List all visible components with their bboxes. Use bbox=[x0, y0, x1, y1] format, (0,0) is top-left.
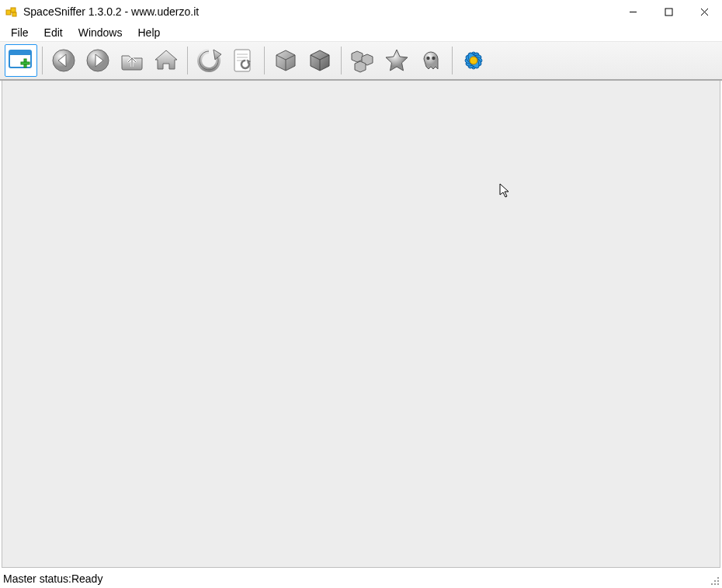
ghost-toggle-button[interactable] bbox=[415, 44, 447, 77]
new-scan-button[interactable] bbox=[5, 44, 37, 77]
svg-rect-28 bbox=[717, 580, 719, 582]
workspace-area[interactable] bbox=[2, 81, 720, 568]
svg-rect-29 bbox=[711, 583, 713, 585]
maximize-button[interactable] bbox=[651, 0, 686, 23]
resize-grip-icon[interactable] bbox=[710, 576, 720, 586]
toolbar-separator bbox=[187, 47, 188, 74]
detail-level-button[interactable] bbox=[346, 44, 379, 77]
svg-point-25 bbox=[470, 57, 477, 64]
svg-rect-26 bbox=[717, 583, 719, 585]
svg-rect-31 bbox=[717, 577, 719, 579]
titlebar: SpaceSniffer 1.3.0.2 - www.uderzo.it bbox=[0, 0, 722, 23]
toolbar-separator bbox=[452, 47, 453, 74]
zoom-more-button[interactable] bbox=[304, 44, 336, 77]
home-button[interactable] bbox=[150, 44, 182, 77]
close-button[interactable] bbox=[686, 0, 722, 23]
svg-rect-2 bbox=[12, 12, 16, 16]
statusbar: Master status: Ready bbox=[0, 568, 722, 585]
svg-rect-0 bbox=[6, 10, 11, 15]
svg-rect-30 bbox=[714, 580, 716, 582]
refresh-icon bbox=[195, 47, 223, 74]
svg-line-6 bbox=[701, 9, 708, 16]
cursor-icon bbox=[499, 183, 512, 201]
menu-file[interactable]: File bbox=[3, 23, 36, 41]
app-icon bbox=[5, 5, 19, 19]
menu-windows[interactable]: Windows bbox=[71, 23, 130, 41]
home-icon bbox=[152, 47, 180, 74]
status-label: Master status: bbox=[3, 572, 71, 585]
cube-icon bbox=[272, 47, 300, 74]
refresh-page-button[interactable] bbox=[227, 44, 259, 77]
folder-up-icon bbox=[118, 47, 146, 74]
forward-button[interactable] bbox=[82, 44, 114, 77]
folder-up-button[interactable] bbox=[116, 44, 148, 77]
arrow-left-icon bbox=[50, 47, 78, 74]
new-window-icon bbox=[7, 47, 35, 74]
toolbar-separator bbox=[42, 47, 43, 74]
toolbar-separator bbox=[264, 47, 265, 74]
zoom-less-button[interactable] bbox=[269, 44, 302, 77]
svg-rect-27 bbox=[714, 583, 716, 585]
svg-rect-10 bbox=[21, 62, 30, 64]
flower-icon bbox=[460, 47, 488, 74]
svg-point-18 bbox=[432, 57, 435, 60]
menu-edit[interactable]: Edit bbox=[36, 23, 71, 41]
minimize-button[interactable] bbox=[615, 0, 651, 23]
arrow-right-icon bbox=[84, 47, 112, 74]
svg-line-5 bbox=[701, 9, 708, 16]
back-button[interactable] bbox=[47, 44, 80, 77]
toolbar-separator bbox=[341, 47, 342, 74]
svg-rect-4 bbox=[665, 9, 672, 16]
status-value: Ready bbox=[71, 572, 102, 585]
menu-help[interactable]: Help bbox=[130, 23, 168, 41]
menubar: File Edit Windows Help bbox=[0, 23, 722, 42]
svg-rect-8 bbox=[9, 50, 31, 55]
star-icon bbox=[383, 47, 411, 74]
multi-cube-icon bbox=[349, 47, 377, 74]
cube-dark-icon bbox=[306, 47, 334, 74]
toolbar bbox=[0, 42, 722, 81]
settings-button[interactable] bbox=[457, 44, 490, 77]
refresh-button[interactable] bbox=[193, 44, 225, 77]
window-title: SpaceSniffer 1.3.0.2 - www.uderzo.it bbox=[23, 5, 615, 18]
refresh-page-icon bbox=[229, 47, 257, 74]
ghost-icon bbox=[417, 47, 445, 74]
svg-rect-1 bbox=[11, 8, 16, 12]
svg-point-17 bbox=[426, 57, 429, 60]
favorites-button[interactable] bbox=[380, 44, 413, 77]
